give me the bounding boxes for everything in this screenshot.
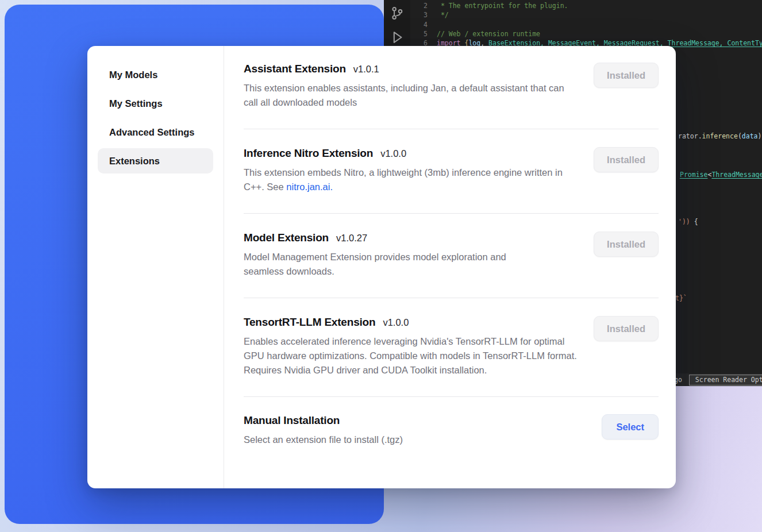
code-line: 4 — [410, 20, 762, 29]
sidebar-item-my-settings[interactable]: My Settings — [98, 91, 213, 116]
extension-version: v1.0.27 — [336, 233, 367, 244]
code-comment: * The entrypoint for the plugin. — [437, 1, 568, 10]
model-installed-button[interactable]: Installed — [594, 232, 659, 257]
code-fragment: ')) { — [678, 218, 698, 226]
extension-row-model: Model Extension v1.0.27 Model Management… — [244, 214, 659, 298]
code-line: 3 */ — [410, 10, 762, 20]
settings-sidebar: My Models My Settings Advanced Settings … — [87, 46, 224, 488]
extension-version: v1.0.0 — [383, 317, 409, 328]
line-number: 3 — [410, 10, 428, 20]
sidebar-item-extensions[interactable]: Extensions — [98, 148, 213, 174]
manual-installation-title: Manual Installation — [244, 414, 340, 427]
extension-row-assistant: Assistant Extension v1.0.1 This extensio… — [244, 46, 659, 129]
code-comment: */ — [437, 10, 449, 20]
extension-description: This extension enables assistants, inclu… — [244, 81, 577, 110]
extension-version: v1.0.0 — [380, 148, 406, 159]
line-number: 2 — [410, 1, 428, 10]
code-fragment: t}` — [675, 294, 687, 302]
extension-description: Enables accelerated inference leveraging… — [244, 334, 577, 377]
extension-version: v1.0.1 — [353, 64, 379, 75]
manual-installation-description: Select an extension file to install (.tg… — [244, 433, 403, 447]
code-line: 5 // Web / extension runtime — [410, 29, 762, 38]
code-fragment: Promise<ThreadMessage> — [680, 171, 762, 179]
extension-description: This extension embeds Nitro, a lightweig… — [244, 165, 577, 194]
extension-row-tensorrt-llm: TensortRT-LLM Extension v1.0.0 Enables a… — [244, 298, 659, 397]
code-fragment: rator.inference(data)); — [678, 132, 762, 140]
code-line: 2 * The entrypoint for the plugin. — [410, 1, 762, 10]
extension-description: Model Management Extension provides mode… — [244, 250, 548, 279]
sidebar-item-my-models[interactable]: My Models — [98, 62, 213, 87]
extension-name: Inference Nitro Extension — [244, 147, 373, 160]
line-number: 4 — [410, 20, 428, 29]
line-number: 5 — [410, 29, 428, 38]
tensorrt-installed-button[interactable]: Installed — [594, 316, 659, 341]
screen-reader-status-badge[interactable]: Screen Reader Optimized — [689, 375, 762, 385]
extension-name: Assistant Extension — [244, 63, 346, 75]
assistant-installed-button[interactable]: Installed — [594, 63, 659, 88]
editor-code-area: 2 * The entrypoint for the plugin. 3 */ … — [410, 1, 762, 48]
inference-nitro-installed-button[interactable]: Installed — [594, 147, 659, 172]
run-debug-icon[interactable] — [390, 30, 405, 45]
settings-modal: My Models My Settings Advanced Settings … — [87, 46, 676, 488]
code-comment: // Web / extension runtime — [437, 29, 540, 38]
extensions-panel: Assistant Extension v1.0.1 This extensio… — [224, 46, 676, 488]
sidebar-item-advanced-settings[interactable]: Advanced Settings — [98, 119, 213, 145]
select-file-button[interactable]: Select — [602, 414, 659, 440]
extension-row-inference-nitro: Inference Nitro Extension v1.0.0 This ex… — [244, 129, 659, 214]
manual-installation-row: Manual Installation Select an extension … — [244, 397, 659, 466]
nitro-jan-ai-link[interactable]: nitro.jan.ai. — [286, 182, 333, 192]
extension-name: Model Extension — [244, 232, 329, 244]
source-control-icon[interactable] — [390, 6, 405, 21]
extension-name: TensortRT-LLM Extension — [244, 316, 375, 329]
